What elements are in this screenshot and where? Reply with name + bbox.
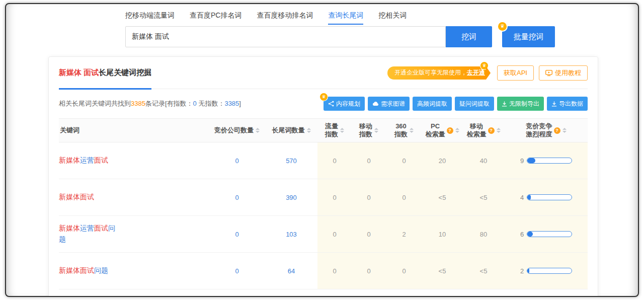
- tab-挖相关词[interactable]: 挖相关词: [378, 11, 407, 25]
- sort-icon[interactable]: [562, 128, 567, 133]
- pc-search-volume-cell: <5: [422, 179, 462, 216]
- help-icon[interactable]: ?: [554, 127, 560, 134]
- competition-value: 2: [520, 267, 524, 275]
- share-icon: [328, 101, 334, 107]
- competition-cell: 9: [505, 142, 588, 179]
- pc-search-volume-cell: 10: [422, 216, 462, 253]
- upgrade-promo-banner[interactable]: 开通企业版可享无限使用， 去开通 ♛: [387, 66, 486, 80]
- window-frame: 挖移动端流量词查百度PC排名词查百度移动排名词查询长尾词挖相关词 挖词 批量挖词…: [5, 3, 639, 297]
- longtail-count-link[interactable]: 103: [286, 231, 297, 238]
- column-竞价竞争激烈程度[interactable]: 竞价竞争激烈程度?: [505, 119, 588, 142]
- batch-dig-button[interactable]: 批量挖词 ♛: [502, 26, 555, 47]
- vip-crown-icon: ♛: [480, 62, 488, 69]
- action-label: 内容规划: [336, 100, 360, 108]
- vip-crown-icon: ♛: [498, 22, 507, 31]
- with-index-count: 0: [193, 100, 197, 107]
- keyword-link[interactable]: 新媒体运营面试问题: [59, 223, 120, 245]
- bid-company-count-link[interactable]: 0: [235, 157, 238, 165]
- column-竞价公司数量[interactable]: 竞价公司数量: [209, 119, 265, 142]
- action-导出数据[interactable]: 导出数据: [547, 97, 588, 111]
- column-360指数[interactable]: 360指数: [386, 119, 422, 142]
- competition-cell: 4: [505, 179, 588, 216]
- help-icon[interactable]: ?: [447, 127, 453, 134]
- action-内容规划[interactable]: 内容规划♛: [324, 97, 365, 111]
- longtail-count-cell: 390: [265, 179, 317, 216]
- flow-index-cell: 0: [317, 179, 352, 216]
- dig-words-button[interactable]: 挖词: [446, 26, 492, 47]
- tab-查百度PC排名词[interactable]: 查百度PC排名词: [190, 11, 242, 25]
- upgrade-link[interactable]: 去开通: [467, 68, 485, 77]
- help-icon[interactable]: ?: [488, 127, 495, 134]
- mobile-index-cell: 0: [352, 253, 386, 289]
- column-关键词: 关键词: [59, 119, 209, 142]
- action-label: 需求图谱: [381, 100, 405, 108]
- competition-value: 4: [520, 194, 524, 201]
- longtail-count-link[interactable]: 570: [286, 157, 297, 165]
- tab-挖移动端流量词[interactable]: 挖移动端流量词: [125, 11, 175, 25]
- column-长尾词数量[interactable]: 长尾词数量: [265, 119, 317, 142]
- tutorial-button[interactable]: 使用教程: [539, 65, 588, 81]
- sort-icon[interactable]: [410, 128, 414, 133]
- sort-icon[interactable]: [307, 128, 311, 133]
- keyword-link[interactable]: 新媒体面试问题: [59, 265, 108, 276]
- search-section: 挖移动端流量词查百度PC排名词查百度移动排名词查询长尾词挖相关词 挖词 批量挖词…: [125, 11, 638, 47]
- table-header-row: 关键词竞价公司数量长尾词数量流量指数移动指数360指数PC检索量?移动检索量?竞…: [59, 119, 588, 142]
- keyword-cell: 新媒体面试问题: [59, 253, 209, 289]
- sort-icon[interactable]: [455, 128, 459, 133]
- column-流量指数[interactable]: 流量指数: [317, 119, 352, 142]
- action-需求图谱[interactable]: 需求图谱: [368, 97, 410, 111]
- panel-title: 新媒体 面试长尾关键词挖掘: [59, 57, 151, 89]
- competition-value: 6: [520, 231, 524, 238]
- table-row: 新媒体运营面试问题010300210806: [59, 216, 588, 253]
- competition-bar: [527, 231, 572, 237]
- mobile-index-cell: 0: [352, 216, 386, 253]
- mobile-search-volume-cell: <5: [462, 253, 505, 289]
- bid-company-count-link[interactable]: 0: [235, 267, 238, 275]
- action-高频词提取[interactable]: 高频词提取: [413, 97, 452, 111]
- tab-查询长尾词[interactable]: 查询长尾词: [328, 11, 363, 25]
- 360-index-cell: 2: [386, 216, 422, 253]
- 360-index-cell: 0: [386, 253, 422, 289]
- keyword-search-input[interactable]: [125, 26, 446, 47]
- mobile-search-volume-cell: 40: [462, 142, 505, 179]
- bid-company-count-link[interactable]: 0: [235, 231, 238, 238]
- keyword-link[interactable]: 新媒体面试: [59, 192, 94, 203]
- competition-cell: 2: [505, 253, 588, 289]
- sort-icon[interactable]: [256, 128, 260, 133]
- longtail-count-cell: 570: [265, 142, 317, 179]
- count-suffix: ]: [239, 100, 241, 107]
- sort-icon[interactable]: [497, 128, 501, 133]
- keywords-table: 关键词竞价公司数量长尾词数量流量指数移动指数360指数PC检索量?移动检索量?竞…: [59, 118, 588, 289]
- bid-company-count-link[interactable]: 0: [235, 194, 238, 201]
- download-icon: [551, 101, 557, 107]
- tab-查百度移动排名词[interactable]: 查百度移动排名词: [257, 11, 313, 25]
- keyword-link[interactable]: 新媒体运营面试: [59, 155, 108, 166]
- mobile-index-cell: 0: [352, 179, 386, 216]
- count-mid: 条记录[有指数：: [145, 100, 193, 107]
- column-移动指数[interactable]: 移动指数: [352, 119, 386, 142]
- keyword-cell: 新媒体运营面试: [59, 142, 209, 179]
- 360-index-cell: 0: [386, 179, 422, 216]
- column-PC检索量[interactable]: PC检索量?: [422, 119, 462, 142]
- action-疑问词提取[interactable]: 疑问词提取: [455, 97, 494, 111]
- keyword-cell: 新媒体面试: [59, 179, 209, 216]
- longtail-count-link[interactable]: 64: [288, 267, 295, 275]
- action-无限制导出[interactable]: 无限制导出: [497, 97, 544, 111]
- get-api-button[interactable]: 获取API: [497, 65, 534, 81]
- competition-bar: [527, 158, 572, 164]
- 360-index-cell: 0: [386, 142, 422, 179]
- sort-icon[interactable]: [374, 128, 378, 133]
- longtail-count-link[interactable]: 390: [286, 194, 297, 201]
- summary-row: 相关长尾词关键词共找到3385条记录[有指数：0 无指数：3385] 内容规划♛…: [59, 89, 588, 118]
- column-移动检索量[interactable]: 移动检索量?: [462, 119, 505, 142]
- vip-crown-icon: ♛: [320, 93, 328, 101]
- sort-icon[interactable]: [340, 128, 344, 133]
- tabs: 挖移动端流量词查百度PC排名词查百度移动排名词查询长尾词挖相关词: [125, 11, 638, 25]
- no-index-count: 3385: [224, 100, 239, 107]
- results-panel: 新媒体 面试长尾关键词挖掘 开通企业版可享无限使用， 去开通 ♛ 获取API 使…: [48, 56, 598, 297]
- action-buttons: 内容规划♛需求图谱高频词提取疑问词提取无限制导出导出数据: [324, 97, 588, 111]
- action-label: 高频词提取: [417, 100, 447, 108]
- tutorial-label: 使用教程: [555, 68, 581, 78]
- table-row: 新媒体运营面试057000020409: [59, 142, 588, 179]
- panel-header: 新媒体 面试长尾关键词挖掘 开通企业版可享无限使用， 去开通 ♛ 获取API 使…: [59, 57, 588, 89]
